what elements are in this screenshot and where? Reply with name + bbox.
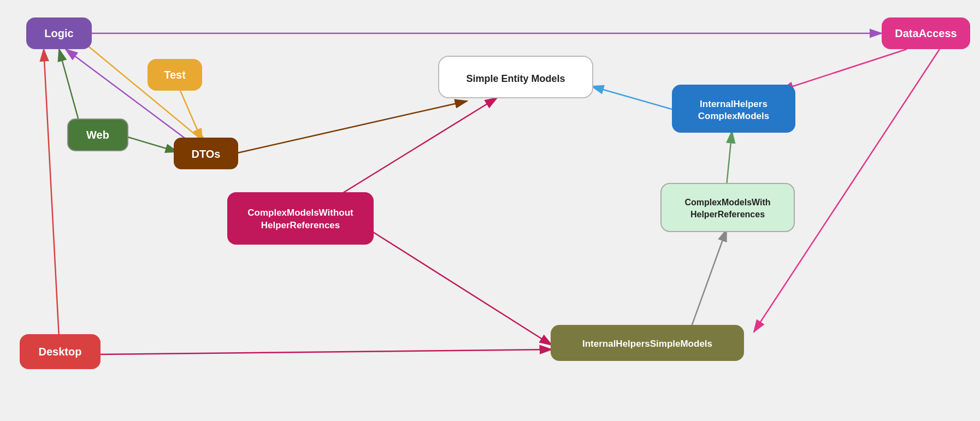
node-logic-label[interactable]: Logic [44, 27, 73, 39]
edge-dtos-simple [238, 101, 467, 153]
node-intsimple-label[interactable]: InternalHelpersSimpleModels [582, 339, 712, 349]
edge-web-logic [59, 49, 79, 122]
edge-intcomplex-simple [592, 86, 672, 109]
node-complexwithout-bg [227, 192, 374, 245]
edge-intsimple-complexwith [691, 229, 727, 328]
edge-web-dtos [128, 137, 178, 152]
node-intcomplex-label2[interactable]: ComplexModels [698, 111, 769, 121]
edge-dataaccess-intcomplex [781, 49, 907, 90]
node-complexwith-bg [661, 183, 794, 232]
edge-desktop-intsimple [97, 349, 552, 354]
node-dtos-label[interactable]: DTOs [192, 148, 221, 160]
edge-complexwith-intcomplex [727, 131, 732, 186]
node-complexwithout-label2[interactable]: HelperReferences [261, 220, 340, 230]
edge-test-dtos [180, 91, 202, 141]
node-web-label[interactable]: Web [86, 129, 109, 141]
node-desktop-label[interactable]: Desktop [39, 346, 82, 358]
edge-desktop-logic [44, 49, 59, 337]
edge-complex-intsimple [369, 229, 552, 345]
node-complexwithout-label1[interactable]: ComplexModelsWithout [247, 207, 353, 218]
node-test-label[interactable]: Test [164, 69, 186, 81]
node-simple-label[interactable]: Simple Entity Models [466, 73, 565, 84]
node-intcomplex-label1[interactable]: InternalHelpers [700, 99, 768, 109]
node-dataaccess-label[interactable]: DataAccess [895, 27, 957, 39]
node-complexwith-label1[interactable]: ComplexModelsWith [684, 198, 770, 207]
dependency-graph: Logic DataAccess Test Simple Entity Mode… [0, 0, 980, 421]
node-complexwith-label2[interactable]: HelperReferences [690, 210, 765, 219]
